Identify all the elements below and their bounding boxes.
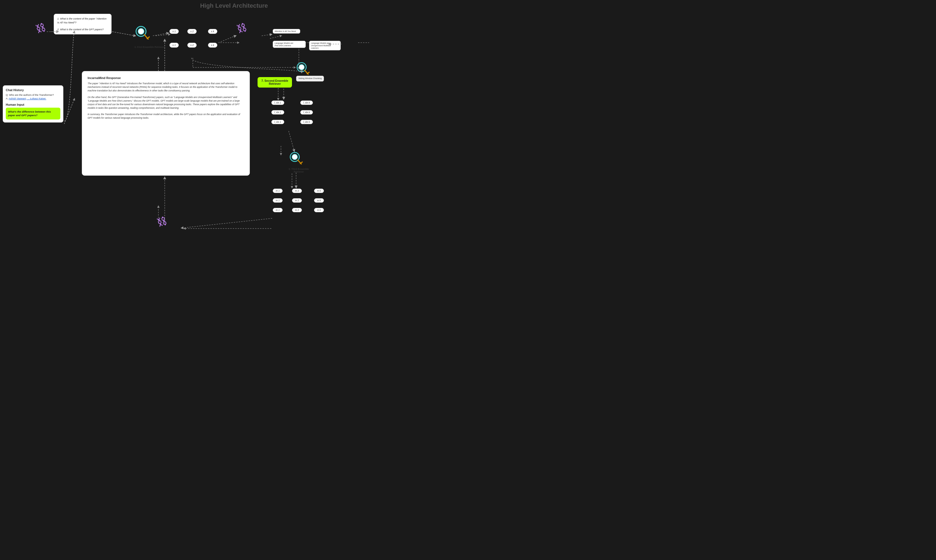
seg-s1-r2: s 1	[169, 43, 179, 48]
third-retriever-magnifier: 9. Third EnsembleRetriever	[289, 151, 309, 173]
chat-panel-title: Chat History	[6, 88, 60, 92]
mem-m2-r1: m 2	[292, 189, 302, 193]
paper-ref-multitask: Language Models areUnsupervised Multitas…	[309, 41, 341, 51]
svg-line-3	[112, 32, 135, 36]
idx-lk-r3: l_idx k	[300, 120, 313, 124]
idx-lk-r1: l_idx k	[300, 100, 313, 105]
main-canvas: High Level Architecture	[0, 0, 468, 280]
idx-l1-r1: l_idx 1	[271, 100, 284, 105]
mem-mk-r2: m k	[314, 198, 324, 203]
seg-sk-r2: s k	[208, 43, 217, 48]
chat-a: A: Ashish Vaswani, ... Łukasz Kaiser.	[6, 97, 46, 100]
svg-line-33	[300, 162, 302, 163]
first-retriever-magnifier: 3. First Ensemble Retriever	[134, 25, 165, 48]
svg-line-28	[307, 72, 309, 74]
idx-l1-r2: l_idx 1	[271, 110, 284, 115]
mem-m2-r3: m 2	[292, 208, 302, 212]
seg-sk-r1: s k	[208, 29, 217, 34]
human-input-label: Human Input	[6, 103, 60, 106]
chat-panel: Chat History Q: Who are the authors of t…	[3, 85, 63, 123]
query-line1: 1. What is the content of the paper "Att…	[57, 17, 108, 25]
svg-line-2	[64, 99, 74, 124]
paper-ref-few-shot: Language Models areFew-Shot Learners	[273, 41, 306, 48]
mem-m2-r2: m 2	[292, 198, 302, 203]
chat-q: Q: Who are the authors of the Transforme…	[6, 94, 54, 96]
seg-s1-r1: s 1	[169, 29, 179, 34]
chain-link-1: ⛓	[34, 21, 48, 35]
svg-line-7	[270, 36, 281, 38]
chain-link-2: ⛓	[235, 21, 248, 35]
query-line2: 2. What is the content of the GPT papers…	[57, 28, 108, 31]
mem-m1-r2: m 1	[273, 198, 283, 203]
human-input-box: What's the difference between this paper…	[6, 108, 60, 120]
sliding-window-box: Sliding Window Chunking	[296, 76, 324, 82]
first-retriever-label: 3. First Ensemble Retriever	[134, 46, 165, 48]
response-para2: On the other hand, the GPT (Generative P…	[88, 95, 244, 110]
page-title: High Level Architecture	[200, 2, 268, 9]
idx-lk-r2: l_idx k	[300, 110, 313, 115]
mem-m1-r3: m 1	[273, 208, 283, 212]
paper-ref-attention: Attention Is All You Need	[273, 29, 300, 34]
chain-link-3: ⛓	[155, 215, 169, 229]
third-retriever-label: 9. Third EnsembleRetriever	[289, 168, 309, 173]
mem-mk-r3: m k	[314, 208, 324, 212]
response-box: IncarnaMind Response The paper "Attentio…	[82, 71, 250, 175]
chat-history: Q: Who are the authors of the Transforme…	[6, 93, 60, 100]
response-body: The paper "Attention Is All You Need" in…	[88, 82, 244, 120]
response-para1: The paper "Attention Is All You Need" in…	[88, 82, 244, 93]
second-retriever-box: 7. Second EnsembleRetriever	[257, 77, 292, 88]
mem-m1-r1: m 1	[273, 189, 283, 193]
mem-mk-r1: m k	[314, 189, 324, 193]
svg-line-23	[147, 37, 149, 38]
second-retriever-magnifier	[296, 61, 311, 77]
response-para3: In summary, the Transformer paper introd…	[88, 112, 244, 120]
idx-l1-r3: l_idx 1	[271, 120, 284, 124]
seg-s2-r2: s 2	[187, 43, 197, 48]
seg-s2-r1: s 2	[187, 29, 197, 34]
query-box: 1. What is the content of the paper "Att…	[54, 14, 112, 34]
chat-link[interactable]: Ashish Vaswani, ... Łukasz Kaiser.	[9, 97, 46, 100]
svg-point-21	[139, 30, 142, 32]
response-title: IncarnaMind Response	[88, 76, 244, 80]
svg-point-26	[300, 66, 302, 68]
svg-point-31	[293, 155, 295, 157]
